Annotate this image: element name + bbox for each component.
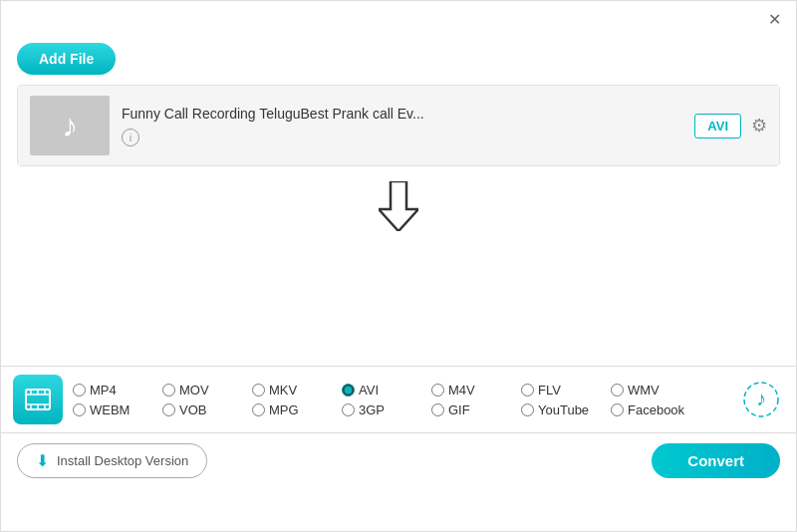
format-option-3gp[interactable]: 3GP: [342, 402, 431, 417]
format-option-m4v[interactable]: M4V: [431, 383, 521, 398]
format-option-mp4[interactable]: MP4: [73, 383, 162, 398]
format-option-flv[interactable]: FLV: [521, 383, 611, 398]
radio-gif[interactable]: [431, 403, 444, 416]
add-file-button[interactable]: Add File: [17, 43, 116, 75]
file-item: ♪ Funny Call Recording TeluguBest Prank …: [18, 86, 779, 165]
file-name: Funny Call Recording TeluguBest Prank ca…: [122, 106, 682, 122]
radio-wmv[interactable]: [611, 384, 624, 397]
format-badge[interactable]: AVI: [694, 114, 741, 138]
radio-m4v[interactable]: [431, 384, 444, 397]
music-icon: ♪: [62, 108, 78, 144]
install-label: Install Desktop Version: [57, 453, 188, 468]
format-option-facebook[interactable]: Facebook: [611, 402, 700, 417]
svg-text:♪: ♪: [756, 388, 766, 409]
format-option-webm[interactable]: WEBM: [73, 402, 162, 417]
radio-webm[interactable]: [73, 403, 86, 416]
radio-avi[interactable]: [342, 384, 355, 397]
radio-mkv[interactable]: [252, 384, 265, 397]
file-list: ♪ Funny Call Recording TeluguBest Prank …: [17, 85, 780, 166]
file-info: Funny Call Recording TeluguBest Prank ca…: [110, 106, 694, 146]
format-option-gif[interactable]: GIF: [431, 402, 521, 417]
down-arrow-icon: [379, 181, 418, 231]
close-button[interactable]: ✕: [764, 9, 784, 29]
film-icon: [24, 386, 52, 413]
title-bar: ✕: [1, 1, 796, 37]
format-option-mov[interactable]: MOV: [162, 383, 252, 398]
install-button[interactable]: ⬇ Install Desktop Version: [17, 443, 207, 478]
settings-icon[interactable]: ⚙: [751, 115, 767, 136]
radio-mp4[interactable]: [73, 384, 86, 397]
format-bar: MP4 MOV MKV AVI M4V FLV: [1, 366, 796, 432]
format-row-2: WEBM VOB MPG 3GP GIF YouTube: [73, 402, 738, 417]
format-option-youtube[interactable]: YouTube: [521, 402, 611, 417]
info-icon[interactable]: i: [122, 129, 139, 146]
radio-mpg[interactable]: [252, 403, 265, 416]
format-icon-box: [13, 375, 63, 424]
radio-youtube[interactable]: [521, 403, 534, 416]
svg-marker-0: [379, 181, 418, 231]
file-thumbnail: ♪: [30, 96, 110, 155]
radio-flv[interactable]: [521, 384, 534, 397]
convert-button[interactable]: Convert: [652, 443, 780, 478]
toolbar: Add File: [1, 37, 796, 85]
format-option-mpg[interactable]: MPG: [252, 402, 342, 417]
format-option-vob[interactable]: VOB: [162, 402, 252, 417]
radio-3gp[interactable]: [342, 403, 355, 416]
download-icon: ⬇: [36, 451, 49, 470]
format-option-avi[interactable]: AVI: [342, 383, 431, 398]
format-option-mkv[interactable]: MKV: [252, 383, 342, 398]
radio-vob[interactable]: [162, 403, 175, 416]
radio-facebook[interactable]: [611, 403, 624, 416]
arrow-area: [1, 166, 796, 246]
format-option-wmv[interactable]: WMV: [611, 383, 700, 398]
main-content: [1, 166, 796, 366]
format-row-1: MP4 MOV MKV AVI M4V FLV: [73, 383, 738, 398]
radio-mov[interactable]: [162, 384, 175, 397]
action-bar: ⬇ Install Desktop Version Convert: [1, 432, 796, 488]
music-convert-icon: ♪: [738, 377, 784, 422]
format-options: MP4 MOV MKV AVI M4V FLV: [73, 383, 738, 417]
